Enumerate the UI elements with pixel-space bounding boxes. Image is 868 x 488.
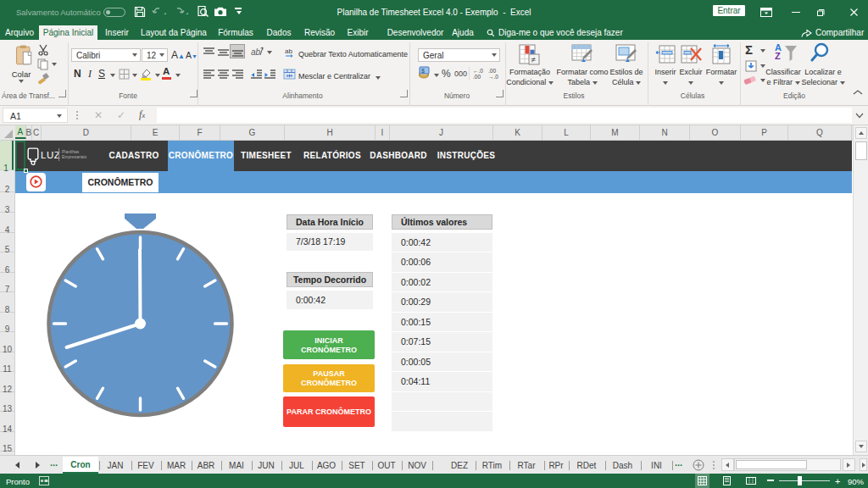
svg-text:←.0: ←.0 <box>473 68 483 74</box>
svg-text:$: $ <box>421 68 425 74</box>
svg-text:.00: .00 <box>473 74 481 79</box>
svg-text:≠: ≠ <box>531 55 537 64</box>
svg-text:ab: ab <box>251 47 261 57</box>
svg-text:→.0: →.0 <box>488 74 498 79</box>
svg-text:ab: ab <box>285 47 292 55</box>
svg-text:.00: .00 <box>488 68 496 74</box>
